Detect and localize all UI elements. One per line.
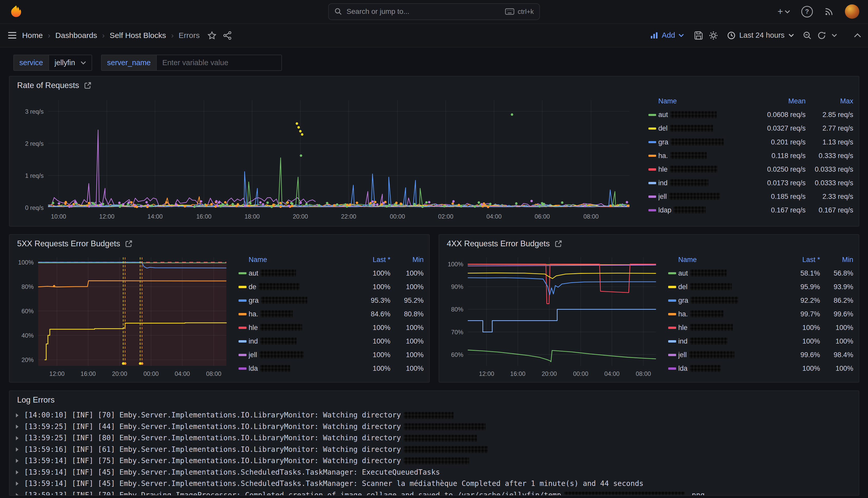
legend-row[interactable]: ha.99.7%99.6% <box>667 307 853 321</box>
legend-header-col2[interactable]: Min <box>820 256 853 264</box>
refresh-interval-dropdown[interactable] <box>831 28 837 43</box>
series-name[interactable]: hle <box>658 166 752 173</box>
search-input[interactable]: Search or jump to... ctrl+k <box>328 3 540 20</box>
menu-toggle-button[interactable] <box>7 28 18 43</box>
log-row[interactable]: [13:59:14] [INF] [45] Emby.Server.Implem… <box>16 478 852 489</box>
panel-header[interactable]: 5XX Requests Error Budgets <box>10 235 429 250</box>
legend-row[interactable]: ind0.0173 req/s0.0333 req/s <box>647 176 853 190</box>
legend-row[interactable]: del95.9%93.9% <box>667 280 853 294</box>
expand-chevron-icon[interactable] <box>16 470 18 474</box>
series-name[interactable]: jell <box>678 351 781 359</box>
legend-header-col1[interactable]: Mean <box>752 97 806 105</box>
refresh-button[interactable] <box>817 28 826 43</box>
external-link-icon[interactable] <box>84 82 91 89</box>
help-button[interactable]: ? <box>801 4 813 19</box>
panel-title[interactable]: Rate of Requests <box>17 81 79 90</box>
legend-row[interactable]: ldap0.167 req/s0.167 req/s <box>647 204 853 217</box>
series-name[interactable]: jell <box>658 193 752 201</box>
legend-header-name[interactable]: Name <box>678 256 781 264</box>
series-name[interactable]: lda <box>249 365 352 372</box>
panel-title[interactable]: 4XX Requests Error Budgets <box>447 239 550 248</box>
legend-row[interactable]: gra0.201 req/s1.13 req/s <box>647 135 853 149</box>
legend-header-col2[interactable]: Min <box>390 256 424 264</box>
series-name[interactable]: gra <box>678 297 781 304</box>
panel-header[interactable]: Rate of Requests <box>10 77 859 91</box>
legend-row[interactable]: ha.84.6%80.8% <box>238 307 424 321</box>
legend-row[interactable]: jell100%100% <box>238 348 424 362</box>
legend-row[interactable]: aut0.0608 req/s2.85 req/s <box>647 108 853 122</box>
legend-row[interactable]: gra92.2%86.2% <box>667 294 853 307</box>
log-row[interactable]: [13:59:16] [INF] [61] Emby.Server.Implem… <box>16 444 852 455</box>
log-row[interactable]: [13:59:14] [INF] [75] Emby.Server.Implem… <box>16 455 852 467</box>
series-name[interactable]: hle <box>249 324 352 332</box>
legend-header-col2[interactable]: Max <box>806 97 853 105</box>
legend-header-col1[interactable]: Last * <box>781 256 820 264</box>
share-button[interactable] <box>223 28 232 43</box>
panel-title[interactable]: Log Errors <box>17 395 55 405</box>
legend-row[interactable]: jell0.185 req/s2.33 req/s <box>647 190 853 204</box>
timeseries-chart[interactable]: 0 req/s1 req/s2 req/s3 req/s10:0012:0014… <box>12 92 636 222</box>
legend-row[interactable]: del0.0327 req/s2.77 req/s <box>647 122 853 135</box>
legend-row[interactable]: aut100%100% <box>238 266 424 280</box>
expand-chevron-icon[interactable] <box>16 447 18 451</box>
breadcrumb-home[interactable]: Home <box>22 31 43 40</box>
legend-row[interactable]: jell99.6%98.4% <box>667 348 853 362</box>
panel-header[interactable]: 4XX Requests Error Budgets <box>439 235 859 250</box>
expand-chevron-icon[interactable] <box>16 493 18 496</box>
log-row[interactable]: [13:59:14] [INF] [45] Emby.Server.Implem… <box>16 467 852 478</box>
legend-row[interactable]: hle100%100% <box>667 321 853 335</box>
expand-chevron-icon[interactable] <box>16 459 18 463</box>
legend-header-col1[interactable]: Last * <box>352 256 390 264</box>
series-name[interactable]: ha. <box>658 152 752 160</box>
user-avatar[interactable] <box>845 4 859 19</box>
legend-row[interactable]: lda100%100% <box>238 362 424 375</box>
series-name[interactable]: ldap <box>658 206 752 214</box>
log-row[interactable]: [13:59:25] [INF] [80] Emby.Server.Implem… <box>16 432 852 444</box>
news-button[interactable] <box>824 4 834 19</box>
series-name[interactable]: del <box>678 283 781 291</box>
series-name[interactable]: ind <box>678 337 781 345</box>
save-dashboard-button[interactable] <box>694 28 703 43</box>
expand-chevron-icon[interactable] <box>16 482 18 486</box>
series-name[interactable]: ha. <box>678 310 781 318</box>
legend-row[interactable]: hle100%100% <box>238 321 424 335</box>
series-name[interactable]: jell <box>249 351 352 359</box>
expand-chevron-icon[interactable] <box>16 413 18 417</box>
log-row[interactable]: [14:00:10] [INF] [70] Emby.Server.Implem… <box>16 409 852 421</box>
variable-server-name-input[interactable] <box>156 55 282 71</box>
legend-row[interactable]: gra95.3%95.2% <box>238 294 424 307</box>
series-name[interactable]: ha. <box>249 310 352 318</box>
breadcrumb-folder[interactable]: Self Host Blocks <box>110 31 166 40</box>
error-budget-chart[interactable]: 20%40%60%80%100%12:0016:0020:0000:0004:0… <box>12 251 232 379</box>
add-panel-button[interactable]: Add <box>650 31 684 40</box>
legend-row[interactable]: hle0.0250 req/s0.0333 req/s <box>647 163 853 176</box>
series-name[interactable]: ind <box>249 337 352 345</box>
breadcrumb-dashboards[interactable]: Dashboards <box>55 31 97 40</box>
legend-row[interactable]: lda100%100% <box>667 362 853 375</box>
legend-row[interactable]: ind100%100% <box>667 335 853 348</box>
series-name[interactable]: aut <box>249 270 352 277</box>
legend-row[interactable]: ind100%100% <box>238 335 424 348</box>
expand-chevron-icon[interactable] <box>16 424 18 429</box>
series-name[interactable]: del <box>658 124 752 132</box>
series-name[interactable]: de <box>249 283 352 291</box>
grafana-logo-icon[interactable] <box>9 4 23 19</box>
series-name[interactable]: aut <box>678 270 781 277</box>
series-name[interactable]: hle <box>678 324 781 332</box>
panel-header[interactable]: Log Errors <box>10 391 859 406</box>
favorite-button[interactable] <box>208 28 216 43</box>
expand-chevron-icon[interactable] <box>16 436 18 440</box>
legend-header-name[interactable]: Name <box>658 97 752 105</box>
series-name[interactable]: aut <box>658 111 752 119</box>
legend-header-name[interactable]: Name <box>249 256 352 264</box>
external-link-icon[interactable] <box>125 240 132 247</box>
legend-row[interactable]: de100%100% <box>238 280 424 294</box>
series-name[interactable]: gra <box>249 297 352 304</box>
external-link-icon[interactable] <box>555 240 562 247</box>
series-name[interactable]: lda <box>678 365 781 372</box>
series-name[interactable]: ind <box>658 179 752 187</box>
collapse-toolbar-button[interactable] <box>854 28 861 43</box>
time-range-picker[interactable]: Last 24 hours <box>727 31 794 40</box>
legend-row[interactable]: aut58.1%56.8% <box>667 266 853 280</box>
error-budget-chart[interactable]: 60%70%80%90%100%12:0016:0020:0000:0004:0… <box>441 251 662 379</box>
